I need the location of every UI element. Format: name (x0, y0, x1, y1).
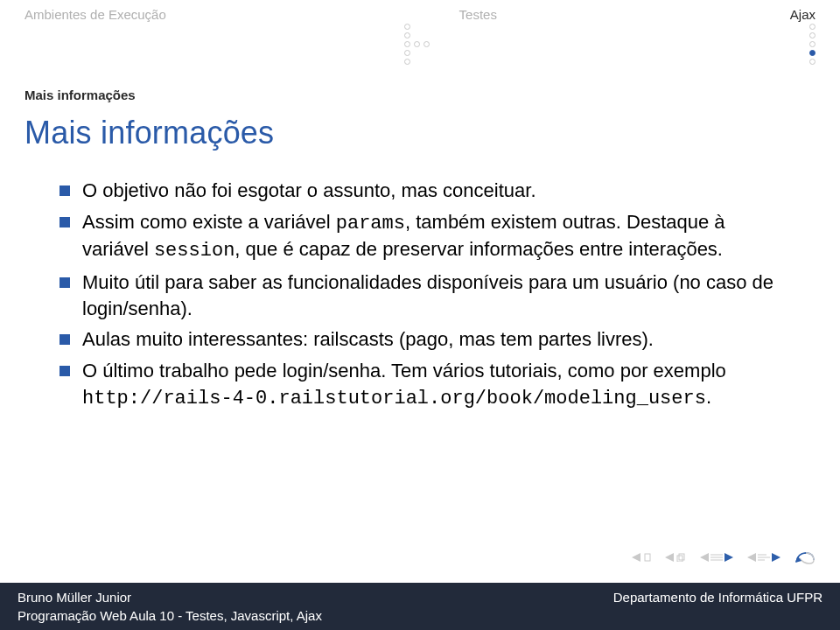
svg-marker-2 (665, 553, 674, 562)
list-item: O objetivo não foi esgotar o assunto, ma… (60, 178, 789, 204)
list-item: Aulas muito interessantes: railscasts (p… (60, 326, 789, 353)
nav-section-ambientes[interactable]: Ambientes de Execução (24, 7, 166, 22)
nav-next-slide-icon[interactable] (747, 553, 780, 562)
text: , que é capaz de preservar informações e… (234, 238, 723, 260)
text: Assim como existe a variável (82, 211, 336, 233)
bullet-icon (60, 366, 70, 376)
list-item: O último trabalho pede login/senha. Tem … (60, 358, 789, 411)
nav-next-section-icon[interactable] (665, 553, 686, 562)
progress-testes (404, 24, 430, 65)
nav-prev-slide-icon[interactable] (700, 553, 733, 562)
bullet-icon (60, 186, 70, 196)
svg-marker-10 (747, 553, 756, 562)
bullet-text: Aulas muito interessantes: railscasts (p… (82, 326, 789, 353)
bullet-text: O último trabalho pede login/senha. Tem … (82, 358, 789, 411)
svg-rect-1 (645, 554, 650, 561)
footer: Bruno Müller Junior Departamento de Info… (0, 583, 840, 630)
top-nav: Ambientes de Execução Testes Ajax (0, 0, 840, 24)
bullet-icon (60, 217, 70, 228)
footer-department: Departamento de Informática UFPR (613, 590, 822, 605)
nav-refresh-icon[interactable] (794, 550, 816, 565)
progress-ajax (809, 24, 816, 65)
list-item: Assim como existe a variável params, tam… (60, 209, 789, 264)
bullet-text: Assim como existe a variável params, tam… (82, 209, 789, 264)
nav-section-ajax[interactable]: Ajax (790, 7, 816, 22)
nav-section-testes[interactable]: Testes (459, 7, 497, 22)
bullet-icon (60, 277, 70, 288)
text: O último trabalho pede login/senha. Tem … (82, 360, 726, 382)
bullet-text: Muito útil para saber as funcionalidades… (82, 270, 789, 321)
footer-author: Bruno Müller Junior (18, 590, 131, 605)
bullet-icon (60, 334, 70, 345)
slide-body: O objetivo não foi esgotar o assunto, ma… (0, 151, 840, 412)
svg-marker-5 (700, 553, 709, 562)
svg-rect-3 (677, 556, 682, 562)
list-item: Muito útil para saber as funcionalidades… (60, 270, 789, 321)
svg-marker-0 (632, 553, 640, 562)
slide-title: Mais informações (0, 102, 840, 151)
code: params (336, 213, 405, 234)
slide-nav-controls (632, 550, 816, 565)
nav-prev-section-icon[interactable] (632, 553, 651, 562)
footer-lecture: Programação Web Aula 10 - Testes, Javasc… (18, 608, 822, 623)
progress-row (0, 24, 840, 65)
svg-rect-4 (679, 554, 684, 560)
bullet-text: O objetivo não foi esgotar o assunto, ma… (82, 178, 789, 204)
subsection-label: Mais informações (0, 65, 840, 102)
code: http://rails-4-0.railstutorial.org/book/… (82, 388, 706, 410)
svg-marker-14 (772, 553, 780, 562)
code: session (154, 240, 234, 262)
text: . (706, 386, 711, 408)
svg-marker-9 (724, 553, 733, 562)
